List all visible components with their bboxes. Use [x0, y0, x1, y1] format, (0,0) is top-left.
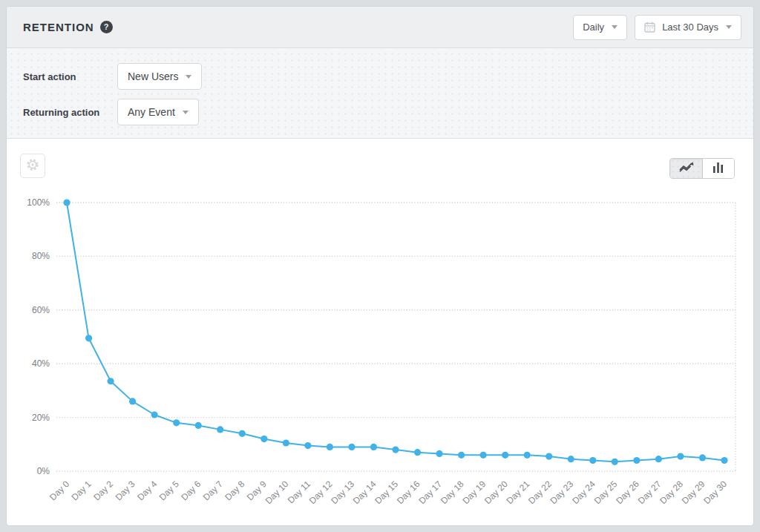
data-point[interactable] — [546, 453, 552, 459]
granularity-dropdown[interactable]: Daily — [573, 15, 627, 40]
y-tick-label: 80% — [32, 251, 50, 261]
x-tick-label: Day 16 — [395, 479, 422, 506]
x-tick-label: Day 20 — [482, 479, 510, 506]
data-point[interactable] — [239, 430, 246, 437]
x-tick-label: Day 15 — [373, 479, 400, 506]
date-range-dropdown-label: Last 30 Days — [662, 22, 718, 33]
x-tick-label: Day 17 — [416, 479, 444, 506]
data-point[interactable] — [568, 456, 574, 462]
data-point[interactable] — [304, 442, 311, 449]
x-tick-label: Day 7 — [201, 479, 225, 502]
data-point[interactable] — [721, 457, 727, 464]
chevron-down-icon — [183, 111, 189, 114]
returning-action-value: Any Event — [128, 106, 175, 118]
x-tick-label: Day 10 — [263, 479, 291, 506]
x-tick-label: Day 26 — [614, 479, 641, 506]
y-tick-label: 100% — [27, 197, 50, 208]
data-point[interactable] — [392, 446, 399, 453]
y-tick-label: 60% — [32, 305, 50, 315]
x-tick-label: Day 8 — [223, 479, 246, 502]
chart-panel: 100%80%60%40%20%0%Day 0Day 1Day 2Day 3Da… — [7, 139, 753, 526]
x-tick-label: Day 1 — [70, 479, 94, 502]
data-point[interactable] — [195, 422, 202, 429]
date-range-dropdown[interactable]: Last 30 Days — [635, 15, 741, 40]
x-tick-label: Day 18 — [439, 479, 466, 506]
x-tick-label: Day 25 — [592, 479, 620, 506]
x-tick-label: Day 28 — [658, 479, 685, 506]
data-point[interactable] — [151, 411, 158, 418]
x-tick-label: Day 13 — [329, 479, 356, 506]
retention-line-chart[interactable]: 100%80%60%40%20%0%Day 0Day 1Day 2Day 3Da… — [7, 139, 754, 526]
data-point[interactable] — [436, 450, 442, 457]
help-icon[interactable]: ? — [100, 21, 113, 33]
data-point[interactable] — [85, 335, 92, 341]
returning-action-row: Returning action Any Event — [23, 99, 753, 125]
data-point[interactable] — [283, 439, 289, 446]
chevron-down-icon — [186, 75, 191, 79]
data-point[interactable] — [217, 426, 223, 433]
data-point[interactable] — [414, 449, 421, 456]
report-header: RETENTION ? Daily Last 3 — [7, 7, 753, 48]
data-point[interactable] — [633, 457, 640, 464]
x-tick-label: Day 11 — [286, 479, 312, 505]
retention-report-card: RETENTION ? Daily Last 3 — [6, 6, 754, 526]
page-title: RETENTION — [23, 21, 94, 33]
data-point[interactable] — [261, 436, 267, 442]
x-tick-label: Day 3 — [114, 479, 137, 502]
retention-series-line — [67, 203, 724, 462]
data-point[interactable] — [677, 453, 684, 459]
x-tick-label: Day 4 — [135, 479, 159, 502]
x-tick-label: Day 0 — [48, 479, 71, 502]
data-point[interactable] — [524, 452, 531, 459]
data-point[interactable] — [655, 456, 662, 462]
data-point[interactable] — [502, 452, 508, 459]
data-point[interactable] — [107, 378, 114, 384]
data-point[interactable] — [458, 452, 465, 459]
start-action-dropdown[interactable]: New Users — [117, 63, 202, 90]
x-tick-label: Day 14 — [351, 479, 379, 506]
x-tick-label: Day 23 — [548, 479, 576, 506]
filters-section: Start action New Users Returning action … — [7, 48, 753, 139]
data-point[interactable] — [589, 457, 596, 464]
data-point[interactable] — [612, 459, 618, 465]
x-tick-label: Day 24 — [570, 479, 597, 506]
data-point[interactable] — [129, 398, 136, 404]
chevron-down-icon — [726, 25, 732, 29]
data-point[interactable] — [370, 444, 377, 450]
x-tick-label: Day 30 — [701, 479, 729, 506]
x-tick-label: Day 22 — [526, 479, 554, 506]
granularity-dropdown-label: Daily — [583, 22, 604, 33]
returning-action-label: Returning action — [23, 107, 117, 118]
start-action-row: Start action New Users — [23, 63, 753, 90]
x-tick-label: Day 6 — [179, 479, 203, 502]
calendar-icon — [644, 22, 655, 33]
data-point[interactable] — [63, 199, 70, 206]
x-tick-label: Day 12 — [307, 479, 335, 506]
data-point[interactable] — [480, 452, 487, 459]
x-tick-label: Day 21 — [505, 479, 532, 506]
start-action-value: New Users — [128, 70, 178, 82]
x-tick-label: Day 5 — [157, 479, 181, 502]
x-tick-label: Day 19 — [460, 479, 488, 506]
chevron-down-icon — [612, 25, 618, 29]
x-tick-label: Day 2 — [91, 479, 115, 502]
y-tick-label: 40% — [32, 358, 50, 369]
data-point[interactable] — [173, 419, 180, 426]
start-action-label: Start action — [23, 71, 117, 82]
data-point[interactable] — [348, 444, 355, 450]
data-point[interactable] — [327, 444, 333, 450]
returning-action-dropdown[interactable]: Any Event — [117, 99, 199, 125]
y-tick-label: 20% — [32, 413, 50, 423]
data-point[interactable] — [699, 454, 706, 461]
x-tick-label: Day 27 — [636, 479, 664, 506]
y-tick-label: 0% — [37, 466, 50, 476]
x-tick-label: Day 29 — [680, 479, 707, 506]
